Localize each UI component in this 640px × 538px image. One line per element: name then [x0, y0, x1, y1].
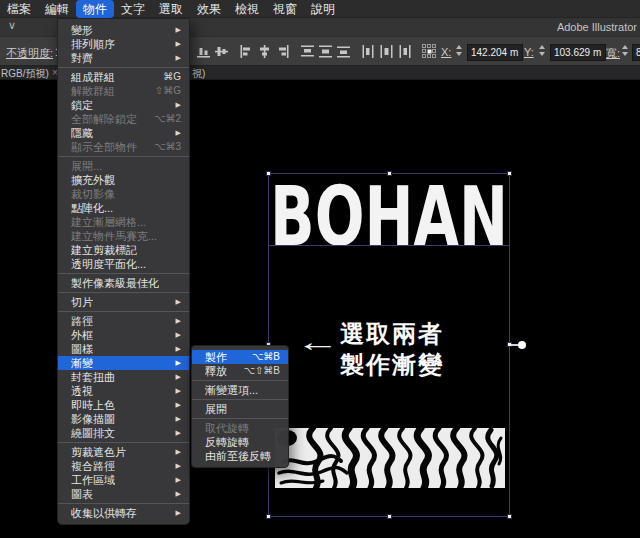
x-input[interactable]: 142.204 m [467, 44, 523, 61]
width-input[interactable]: 80.6 [632, 44, 640, 61]
menu-item[interactable]: 即時上色▶ [58, 398, 189, 412]
menu-item[interactable]: 工作區域▶ [58, 473, 189, 487]
menu-item[interactable]: 釋放⌥⇧⌘B [192, 364, 288, 378]
selection-handle[interactable] [507, 171, 512, 176]
menu-item-label: 剪裁遮色片 [71, 445, 126, 459]
opacity-label[interactable]: 不透明度: [6, 46, 53, 61]
horizontal-distribute-center-icon[interactable] [379, 44, 394, 59]
menubar-item[interactable]: 視窗 [266, 0, 304, 18]
menu-item[interactable]: 圖表▶ [58, 487, 189, 501]
menu-item[interactable]: 繞圖排文▶ [58, 426, 189, 440]
submenu-arrow-icon: ▶ [170, 342, 181, 356]
menu-item[interactable]: 製作像素級最佳化 [58, 276, 189, 290]
selection-handle[interactable] [387, 514, 392, 519]
menu-divider [58, 503, 189, 504]
menu-item[interactable]: 外框▶ [58, 328, 189, 342]
blend-widget-dot[interactable] [518, 341, 526, 349]
menubar-item[interactable]: 物件 [76, 0, 114, 18]
selection-handle[interactable] [266, 514, 271, 519]
reference-point-icon[interactable] [422, 44, 437, 59]
menu-item[interactable]: 圖樣▶ [58, 342, 189, 356]
menu-item: 裁切影像 [58, 187, 189, 201]
menu-divider [192, 399, 288, 400]
menu-item-label: 圖樣 [71, 342, 93, 356]
menu-item[interactable]: 收集以供轉存▶ [58, 506, 189, 520]
menubar-item[interactable]: 文字 [114, 0, 152, 18]
menu-item[interactable]: 透明度平面化... [58, 257, 189, 271]
menu-divider [58, 67, 189, 68]
menubar: 檔案編輯物件文字選取效果檢視視窗說明 [0, 0, 640, 18]
submenu-arrow-icon: ▶ [170, 98, 181, 112]
menu-item[interactable]: 擴充外觀 [58, 173, 189, 187]
document-tab[interactable]: RGB/預視) [1, 67, 49, 81]
menu-item[interactable]: 漸變▶ [58, 356, 189, 370]
selection-bounding-box[interactable] [268, 173, 510, 517]
submenu-arrow-icon: ▶ [170, 445, 181, 459]
menubar-item[interactable]: 檢視 [228, 0, 266, 18]
menubar-item[interactable]: 編輯 [38, 0, 76, 18]
menu-item[interactable]: 剪裁遮色片▶ [58, 445, 189, 459]
menu-item-shortcut: ⌘G [157, 70, 181, 84]
submenu-arrow-icon: ▶ [170, 328, 181, 342]
menu-item-label: 透視 [71, 384, 93, 398]
submenu-arrow-icon: ▶ [170, 398, 181, 412]
horizontal-align-center-icon[interactable] [257, 44, 272, 59]
vertical-align-bottom-icon[interactable] [196, 44, 211, 59]
menu-item[interactable]: 切片▶ [58, 295, 189, 309]
y-stepper[interactable] [539, 45, 545, 56]
vertical-align-middle-icon[interactable] [214, 44, 229, 59]
menu-item[interactable]: 鎖定▶ [58, 98, 189, 112]
menu-item[interactable]: 封套扭曲▶ [58, 370, 189, 384]
menu-divider [192, 418, 288, 419]
menu-item[interactable]: 組成群組⌘G [58, 70, 189, 84]
horizontal-align-right-icon[interactable] [275, 44, 290, 59]
selection-handle[interactable] [266, 171, 271, 176]
menu-item-label: 路徑 [71, 314, 93, 328]
menu-item[interactable]: 路徑▶ [58, 314, 189, 328]
menu-item[interactable]: 透視▶ [58, 384, 189, 398]
menu-item: 建立漸層網格... [58, 215, 189, 229]
menu-item[interactable]: 對齊▶ [58, 51, 189, 65]
menubar-item[interactable]: 選取 [152, 0, 190, 18]
menu-item[interactable]: 展開 [192, 402, 288, 416]
menu-item[interactable]: 點陣化... [58, 201, 189, 215]
y-input[interactable]: 103.629 m [550, 44, 606, 61]
submenu-arrow-icon: ▶ [170, 473, 181, 487]
menu-item[interactable]: 排列順序▶ [58, 37, 189, 51]
menubar-item[interactable]: 效果 [190, 0, 228, 18]
x-stepper[interactable] [456, 45, 462, 56]
vertical-distribute-center-icon[interactable] [318, 44, 333, 59]
horizontal-distribute-right-icon[interactable] [397, 44, 412, 59]
menu-item[interactable]: 反轉旋轉 [192, 435, 288, 449]
menu-item[interactable]: 製作⌥⌘B [192, 350, 288, 364]
document-tab-fragment[interactable]: 視) [192, 67, 205, 81]
width-label[interactable]: 寬: [606, 46, 620, 61]
x-label[interactable]: X: [441, 46, 451, 58]
menu-item[interactable]: 隱藏▶ [58, 126, 189, 140]
selection-handle[interactable] [387, 171, 392, 176]
menu-item[interactable]: 複合路徑▶ [58, 459, 189, 473]
vertical-distribute-top-icon[interactable] [300, 44, 315, 59]
menu-item[interactable]: 建立剪裁標記 [58, 243, 189, 257]
menu-item[interactable]: 漸變選項... [192, 383, 288, 397]
horizontal-align-left-icon[interactable] [239, 44, 254, 59]
menubar-item[interactable]: 檔案 [0, 0, 38, 18]
object-menu: 變形▶排列順序▶對齊▶組成群組⌘G解散群組⇧⌘G鎖定▶全部解除鎖定⌥⌘2隱藏▶顯… [57, 18, 190, 525]
y-label[interactable]: Y: [524, 46, 534, 58]
menu-item-label: 全部解除鎖定 [71, 112, 137, 126]
chevron-down-icon[interactable]: ∨ [8, 19, 16, 32]
menu-divider [58, 273, 189, 274]
menu-item[interactable]: 影像描圖▶ [58, 412, 189, 426]
horizontal-distribute-left-icon[interactable] [361, 44, 376, 59]
vertical-distribute-bottom-icon[interactable] [336, 44, 351, 59]
submenu-arrow-icon: ▶ [170, 51, 181, 65]
menubar-item[interactable]: 說明 [304, 0, 342, 18]
menu-item-label: 展開 [205, 402, 227, 416]
menu-item-label: 變形 [71, 23, 93, 37]
menu-item[interactable]: 變形▶ [58, 23, 189, 37]
selection-handle[interactable] [507, 514, 512, 519]
width-stepper[interactable] [622, 45, 628, 56]
menu-item[interactable]: 由前至後反轉 [192, 449, 288, 463]
menu-item-label: 反轉旋轉 [205, 435, 249, 449]
menu-divider [58, 442, 189, 443]
